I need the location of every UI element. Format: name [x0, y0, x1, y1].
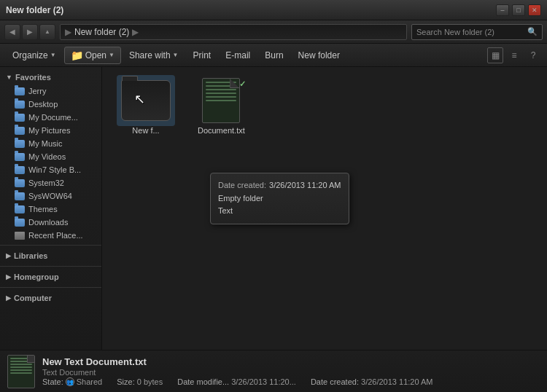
view-options-button[interactable]: ▦ [487, 47, 503, 63]
tooltip-date-created: Date created: 3/26/2013 11:20 AM [218, 179, 341, 192]
view-list-button[interactable]: ≡ [506, 47, 522, 63]
tooltip-type-value: Text [218, 205, 233, 218]
status-size-value: 0 bytes [137, 377, 163, 386]
status-info: New Text Document.txt Text Document Stat… [42, 356, 540, 386]
sidebar-item-label: Recent Place... [28, 231, 83, 240]
minimize-button[interactable]: – [496, 4, 509, 16]
tooltip-empty-folder: Empty folder [218, 192, 341, 205]
tooltip-date-value: 3/26/2013 11:20 AM [269, 179, 341, 192]
status-txt-line-2 [10, 361, 32, 362]
file-item-textdoc[interactable]: ✓ Document.txt [188, 78, 254, 136]
folder-icon [15, 101, 25, 109]
close-button[interactable]: ✕ [528, 4, 541, 16]
up-button[interactable]: ▲ [39, 24, 55, 40]
sidebar-divider-2 [0, 266, 101, 267]
shared-icon: 👥 [66, 377, 74, 386]
nav-buttons: ◀ ▶ ▲ [4, 24, 55, 40]
sidebar-homegroup-label: Homegroup [14, 273, 59, 281]
email-button[interactable]: E-mail [219, 47, 257, 64]
open-button[interactable]: 📁 Open ▼ [64, 47, 121, 64]
folder-icon [15, 153, 25, 161]
sidebar-item-jerry[interactable]: Jerry [0, 85, 101, 98]
status-filetype: Text Document [42, 368, 540, 377]
sidebar-item-downloads[interactable]: Downloads [0, 216, 101, 229]
new-folder-label: New folder [298, 50, 340, 60]
sidebar-item-themes[interactable]: Themes [0, 203, 101, 216]
chevron-right-icon: ▶ [6, 294, 11, 302]
status-size-label: Size: [117, 377, 134, 386]
file-items-area: ↖ New f... ✓ Document.txt [109, 74, 540, 139]
organize-arrow: ▼ [50, 52, 56, 58]
sidebar-item-mypictures[interactable]: My Pictures [0, 124, 101, 137]
forward-button[interactable]: ▶ [22, 24, 38, 40]
status-datecreated-label: Date created: [311, 377, 359, 386]
tooltip-date-label: Date created: [218, 179, 266, 192]
tooltip: Date created: 3/26/2013 11:20 AM Empty f… [210, 173, 349, 224]
sidebar-item-label: Desktop [28, 100, 58, 109]
sidebar-computer-header[interactable]: ▶ Computer [0, 291, 101, 305]
main-content: ▼ Favorites Jerry Desktop My Docume... M… [0, 67, 547, 350]
status-txt-line-5 [10, 369, 32, 371]
folder-icon [15, 87, 25, 95]
sidebar-favorites-label: Favorites [15, 73, 51, 82]
address-path[interactable]: ▶ New folder (2) ▶ [60, 24, 407, 40]
file-area[interactable]: ↖ New f... ✓ Document.txt [102, 67, 547, 350]
sidebar-item-syswow64[interactable]: SysWOW64 [0, 189, 101, 203]
sidebar-item-label: My Pictures [28, 126, 70, 135]
cursor-arrow-icon: ↖ [134, 93, 145, 106]
chevron-right-icon: ▶ [6, 252, 11, 259]
sidebar-item-mydocuments[interactable]: My Docume... [0, 111, 101, 124]
maximize-button[interactable]: □ [512, 4, 525, 16]
sidebar-divider-3 [0, 287, 101, 288]
folder-icon [15, 127, 25, 135]
folder-icon [15, 192, 25, 200]
status-meta: State: 👥 Shared Size: 0 bytes Date modif… [42, 377, 540, 386]
status-state-value: Shared [77, 377, 102, 386]
sidebar-item-system32[interactable]: System32 [0, 176, 101, 189]
sidebar-homegroup-header[interactable]: ▶ Homegroup [0, 270, 101, 284]
sidebar-item-win7style[interactable]: Win7 Style B... [0, 163, 101, 176]
sidebar-section-favorites: ▼ Favorites Jerry Desktop My Docume... M… [0, 70, 101, 242]
sidebar-item-label: Win7 Style B... [28, 165, 81, 174]
sidebar-item-myvideos[interactable]: My Videos [0, 150, 101, 163]
organize-label: Organize [12, 50, 48, 60]
toolbar: Organize ▼ 📁 Open ▼ Share with ▼ Print E… [0, 44, 547, 67]
sidebar-item-recentplaces[interactable]: Recent Place... [0, 229, 101, 242]
new-folder-button[interactable]: New folder [292, 47, 346, 64]
sidebar: ▼ Favorites Jerry Desktop My Docume... M… [0, 67, 102, 350]
print-button[interactable]: Print [187, 47, 218, 64]
folder-icon [15, 166, 25, 174]
status-txt-line-6 [10, 372, 32, 374]
sidebar-libraries-header[interactable]: ▶ Libraries [0, 248, 101, 263]
search-box[interactable]: Search New folder (2) 🔍 [411, 24, 543, 40]
status-datemod-label: Date modifie... [177, 377, 229, 386]
sidebar-item-mymusic[interactable]: My Music [0, 137, 101, 150]
sidebar-computer-label: Computer [14, 294, 52, 302]
txt-line-2 [206, 85, 236, 87]
sidebar-item-label: Themes [28, 205, 58, 213]
status-state-label: State: [42, 377, 63, 386]
folder-icon-large: ↖ [120, 78, 172, 123]
folder-body [121, 80, 171, 121]
txt-line-1 [206, 82, 236, 83]
organize-button[interactable]: Organize ▼ [6, 47, 63, 64]
help-button[interactable]: ? [525, 47, 541, 63]
status-datemod-value: 3/26/2013 11:20... [231, 377, 296, 386]
status-txt-line-1 [10, 358, 32, 359]
sidebar-item-label: Jerry [28, 87, 46, 95]
status-txt-line-3 [10, 364, 32, 365]
address-bar: ◀ ▶ ▲ ▶ New folder (2) ▶ Search New fold… [0, 20, 547, 44]
burn-button[interactable]: Burn [258, 47, 290, 64]
checkmark-icon: ✓ [239, 79, 246, 89]
path-text: New folder (2) [74, 27, 129, 37]
folder-icon [15, 219, 25, 227]
sidebar-favorites-header[interactable]: ▼ Favorites [0, 70, 101, 85]
file-item-newfolder[interactable]: ↖ New f... [113, 78, 179, 136]
folder-icon [15, 114, 25, 122]
sidebar-item-label: My Docume... [28, 113, 78, 122]
sidebar-item-desktop[interactable]: Desktop [0, 98, 101, 111]
sidebar-item-label: Downloads [28, 218, 68, 227]
back-button[interactable]: ◀ [4, 24, 20, 40]
share-with-button[interactable]: Share with ▼ [123, 47, 185, 64]
sidebar-item-label: My Videos [28, 152, 66, 161]
